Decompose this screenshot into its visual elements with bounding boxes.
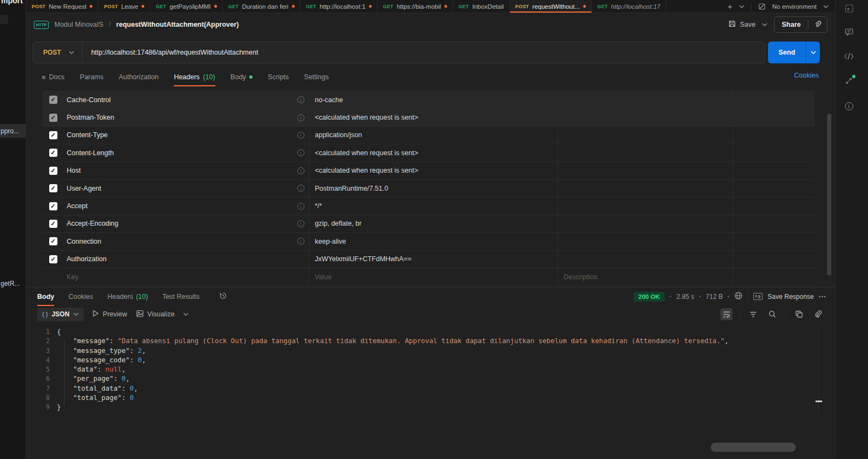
header-key[interactable]: Cache-Control: [63, 96, 111, 104]
header-value[interactable]: application/json: [309, 127, 558, 144]
header-table-row[interactable]: ✓ User-Agent i PostmanRuntime/7.51.0: [43, 180, 814, 197]
header-checkbox[interactable]: ✓: [49, 202, 57, 210]
cookies-link[interactable]: Cookies: [794, 72, 819, 79]
header-description[interactable]: [558, 127, 732, 144]
request-title[interactable]: requestWithoutAttachment(Approver): [116, 21, 239, 28]
line-number[interactable]: 5: [26, 365, 57, 374]
header-table-row[interactable]: ✓ Accept-Encoding i gzip, deflate, br: [43, 215, 814, 233]
header-value[interactable]: */*: [309, 197, 558, 214]
header-checkbox[interactable]: ✓: [49, 114, 57, 122]
environment-selector[interactable]: No environment: [772, 3, 817, 10]
visualize-toggle[interactable]: Visualize: [136, 310, 175, 319]
request-tab[interactable]: ≡ Body: [231, 68, 253, 86]
header-value[interactable]: gzip, deflate, br: [309, 215, 558, 232]
send-button[interactable]: Send: [768, 42, 820, 63]
response-tab[interactable]: Cookies: [68, 287, 93, 306]
wrap-lines-button[interactable]: [720, 308, 732, 320]
vertical-scrollbar-thumb[interactable]: [827, 114, 831, 275]
comments-icon[interactable]: [843, 26, 855, 38]
header-checkbox[interactable]: ✓: [49, 131, 57, 139]
value-placeholder[interactable]: Value: [309, 268, 558, 285]
header-value[interactable]: <calculated when request is sent>: [309, 109, 558, 126]
header-checkbox[interactable]: ✓: [49, 220, 57, 228]
request-tab[interactable]: ≡ Authorization: [119, 68, 159, 86]
sidebar-item[interactable]: ppro...: [0, 124, 26, 138]
header-table-row[interactable]: ✓ Postman-Token i <calculated when reque…: [43, 109, 814, 126]
header-description[interactable]: [558, 251, 732, 268]
workspace-tab[interactable]: POST New Request: [26, 0, 98, 13]
info-icon[interactable]: i: [843, 100, 855, 112]
workspace-tab[interactable]: POST requestWithout...: [510, 0, 592, 13]
header-key[interactable]: Accept-Encoding: [63, 220, 119, 227]
header-description[interactable]: [558, 215, 732, 232]
response-more-actions[interactable]: •••: [819, 294, 826, 299]
send-options-chevron-icon[interactable]: [806, 42, 820, 63]
response-history-icon[interactable]: [219, 291, 227, 302]
viewer-options-chevron-icon[interactable]: [183, 313, 189, 316]
header-key[interactable]: Accept: [63, 202, 87, 210]
header-table-row[interactable]: ✓ Content-Length i <calculated when requ…: [43, 144, 814, 162]
header-description[interactable]: [558, 109, 732, 126]
header-value[interactable]: keep-alive: [309, 233, 558, 250]
header-value[interactable]: no-cache: [309, 91, 558, 108]
workspace-tab[interactable]: GET getPayslipMMI: [150, 0, 223, 13]
header-checkbox[interactable]: ✓: [49, 184, 57, 192]
header-description[interactable]: [558, 91, 732, 108]
header-value[interactable]: <calculated when request is sent>: [309, 144, 558, 161]
share-button[interactable]: Share: [774, 16, 828, 33]
preview-toggle[interactable]: Preview: [92, 310, 127, 319]
copy-link-icon[interactable]: [808, 21, 827, 28]
workspace-tab[interactable]: GET Duration dan feri: [223, 0, 301, 13]
header-value[interactable]: JxWYelxmiiUF+CTFdMHwhA==: [309, 251, 558, 268]
header-description[interactable]: [558, 162, 732, 179]
related-requests-icon[interactable]: [843, 75, 855, 87]
workspace-tab[interactable]: GET InboxDetail: [453, 0, 510, 13]
response-tab[interactable]: Body: [37, 287, 54, 306]
request-tab[interactable]: ≡ Params: [80, 68, 103, 86]
workspace-tab[interactable]: GET http://localhost:1: [301, 0, 378, 13]
code-snippet-icon[interactable]: [843, 50, 855, 62]
key-placeholder[interactable]: Key: [63, 273, 79, 281]
line-number[interactable]: 4: [26, 356, 57, 365]
response-tab[interactable]: Test Results: [162, 287, 200, 306]
header-key[interactable]: Content-Length: [63, 149, 114, 157]
sidebar-item[interactable]: getR...: [0, 276, 26, 290]
search-button[interactable]: [766, 308, 778, 320]
request-tab[interactable]: ≡ Headers (10): [174, 68, 215, 86]
network-info-icon[interactable]: [734, 291, 743, 302]
request-tab[interactable]: ≡ Scripts: [268, 68, 289, 86]
header-description[interactable]: [558, 144, 732, 161]
environment-quick-look-icon[interactable]: [843, 2, 855, 14]
filter-button[interactable]: [747, 308, 759, 320]
line-number[interactable]: 6: [26, 374, 57, 384]
response-body-viewer[interactable]: 1 { 2 "message": "Data absensi pulang (C…: [26, 325, 835, 459]
header-checkbox[interactable]: ✓: [49, 255, 57, 263]
save-button[interactable]: Save: [728, 20, 756, 30]
header-table-row[interactable]: ✓ Host i <calculated when request is sen…: [43, 162, 814, 180]
line-number[interactable]: 3: [26, 346, 57, 356]
horizontal-scrollbar-thumb[interactable]: [711, 443, 796, 452]
method-chevron-icon[interactable]: [69, 51, 74, 54]
header-value[interactable]: <calculated when request is sent>: [309, 162, 558, 179]
header-table-row[interactable]: ✓ Connection i keep-alive: [43, 233, 814, 250]
import-button[interactable]: mport: [1, 0, 23, 5]
sidebar-collapsed-button[interactable]: [0, 15, 8, 24]
header-value[interactable]: PostmanRuntime/7.51.0: [309, 180, 558, 197]
response-format-selector[interactable]: { } JSON: [37, 308, 84, 321]
header-description[interactable]: [558, 197, 732, 214]
line-number[interactable]: 7: [26, 384, 57, 393]
header-key[interactable]: Authorization: [63, 255, 107, 263]
line-number[interactable]: 9: [26, 403, 57, 412]
line-number[interactable]: 1: [26, 327, 57, 337]
header-key[interactable]: User-Agent: [63, 185, 101, 192]
header-checkbox[interactable]: ✓: [49, 167, 57, 175]
workspace-tab[interactable]: GET https://bia-mobil: [378, 0, 453, 13]
line-number[interactable]: 8: [26, 393, 57, 403]
table-row-placeholder[interactable]: Key Value Description: [43, 268, 814, 286]
response-tab[interactable]: Headers (10): [107, 287, 148, 306]
header-table-row[interactable]: ✓ Authorization i JxWYelxmiiUF+CTFdMHwhA…: [43, 251, 814, 268]
tab-list-chevron-icon[interactable]: [739, 5, 744, 8]
description-placeholder[interactable]: Description: [558, 268, 732, 285]
save-options-chevron-icon[interactable]: [762, 23, 767, 26]
header-table-row[interactable]: ✓ Content-Type i application/json: [43, 127, 814, 144]
